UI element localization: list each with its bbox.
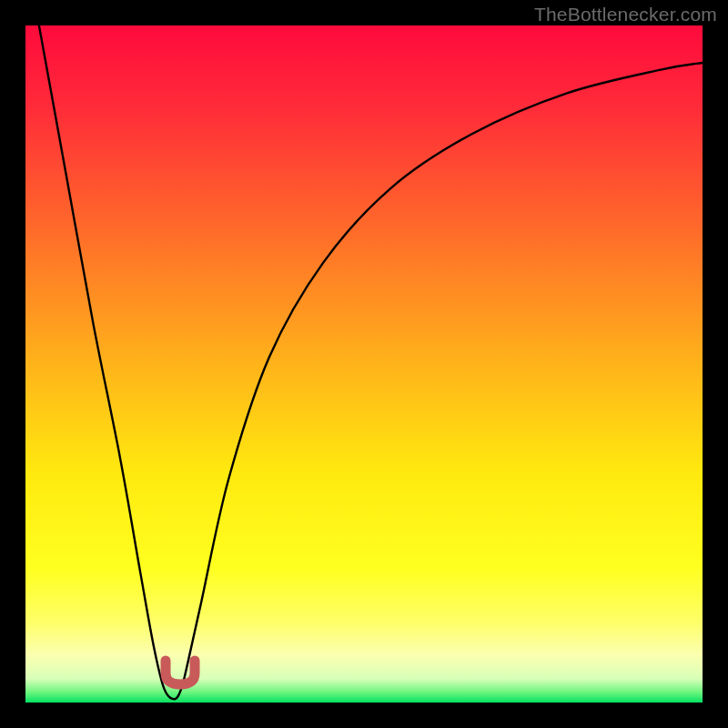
watermark-text: TheBottlenecker.com — [534, 4, 717, 25]
chart-plot-area — [25, 25, 703, 703]
gradient-background — [25, 25, 703, 703]
chart-frame: TheBottlenecker.com — [0, 0, 728, 728]
chart-svg — [25, 25, 703, 703]
